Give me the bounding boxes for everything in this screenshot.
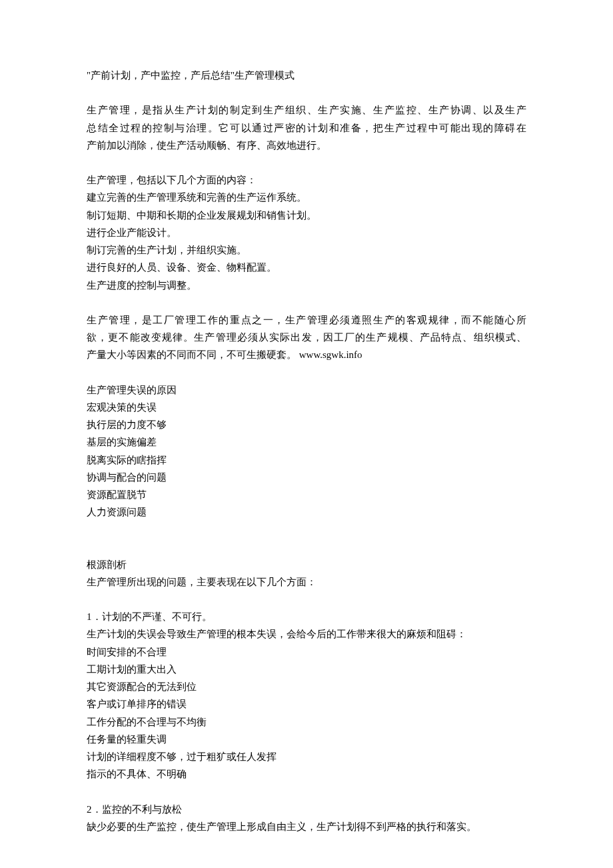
list-item: 宏观决策的失误 [87,399,526,416]
list-item: 客户或订单排序的错误 [87,695,526,713]
content-section: 生产管理，包括以下几个方面的内容： 建立完善的生产管理系统和完善的生产运作系统。… [87,171,526,294]
point-title: 2．监控的不利与放松 [87,801,526,818]
document-title: "产前计划，产中监控，产后总结"生产管理模式 [87,67,526,84]
list-item: 基层的实施偏差 [87,433,526,451]
text-line: 生产管理所出现的问题，主要表现在以下几个方面： [87,573,526,591]
list-item: 进行企业产能设计。 [87,224,526,241]
paragraph: 生产管理，是工厂管理工作的重点之一，生产管理必须遵照生产的客观规律，而不能随心所… [87,311,526,364]
list-item: 工作分配的不合理与不均衡 [87,713,526,731]
list-item: 建立完善的生产管理系统和完善的生产运作系统。 [87,189,526,206]
list-item: 资源配置脱节 [87,486,526,503]
text-line: 生产管理，是工厂管理工作的重点之一，生产管理必须遵照生产的客观规律，而不能随心所 [87,311,526,329]
point-2-section: 2．监控的不利与放松 缺少必要的生产监控，使生产管理上形成自由主义，生产计划得不… [87,801,526,836]
text-line: 总结全过程的控制与治理。它可以通过严密的计划和准备，把生产过程中可能出现的障碍在 [87,119,526,137]
list-item: 制订短期、中期和长期的企业发展规划和销售计划。 [87,207,526,224]
intro-paragraph: 生产管理，是指从生产计划的制定到生产组织、生产实施、生产监控、生产协调、以及生产… [87,101,526,154]
text-line: 生产管理，是指从生产计划的制定到生产组织、生产实施、生产监控、生产协调、以及生产 [87,101,526,119]
list-item: 计划的详细程度不够，过于粗犷或任人发挥 [87,748,526,765]
list-item: 工期计划的重大出入 [87,661,526,678]
list-item: 执行层的力度不够 [87,416,526,433]
text-line: 产前加以消除，使生产活动顺畅、有序、高效地进行。 [87,137,526,154]
list-item: 人力资源问题 [87,503,526,521]
section-header: 生产管理失误的原因 [87,381,526,399]
section-header: 生产管理，包括以下几个方面的内容： [87,171,526,189]
section-header: 根源剖析 [87,556,526,573]
list-item: 脱离实际的瞎指挥 [87,451,526,469]
point-title: 1．计划的不严谨、不可行。 [87,608,526,625]
list-item: 时间安排的不合理 [87,643,526,661]
failure-reasons-section: 生产管理失误的原因 宏观决策的失误 执行层的力度不够 基层的实施偏差 脱离实际的… [87,381,526,521]
root-analysis-section: 根源剖析 生产管理所出现的问题，主要表现在以下几个方面： [87,556,526,591]
list-item: 任务量的轻重失调 [87,731,526,748]
text-line: 产量大小等因素的不同而不同，不可生搬硬套。 www.sgwk.info [87,346,526,363]
text-line: 生产计划的失误会导致生产管理的根本失误，会给今后的工作带来很大的麻烦和阻碍： [87,625,526,643]
list-item: 生产进度的控制与调整。 [87,277,526,294]
text-line: 欲，更不能改变规律。生产管理必须从实际出发，因工厂的生产规模、产品特点、组织模式… [87,329,526,346]
list-item: 其它资源配合的无法到位 [87,678,526,695]
list-item: 进行良好的人员、设备、资金、物料配置。 [87,259,526,276]
text-line: 缺少必要的生产监控，使生产管理上形成自由主义，生产计划得不到严格的执行和落实。 [87,818,526,835]
point-1-section: 1．计划的不严谨、不可行。 生产计划的失误会导致生产管理的根本失误，会给今后的工… [87,608,526,783]
list-item: 制订完善的生产计划，并组织实施。 [87,241,526,259]
list-item: 协调与配合的问题 [87,469,526,486]
list-item: 指示的不具体、不明确 [87,765,526,783]
